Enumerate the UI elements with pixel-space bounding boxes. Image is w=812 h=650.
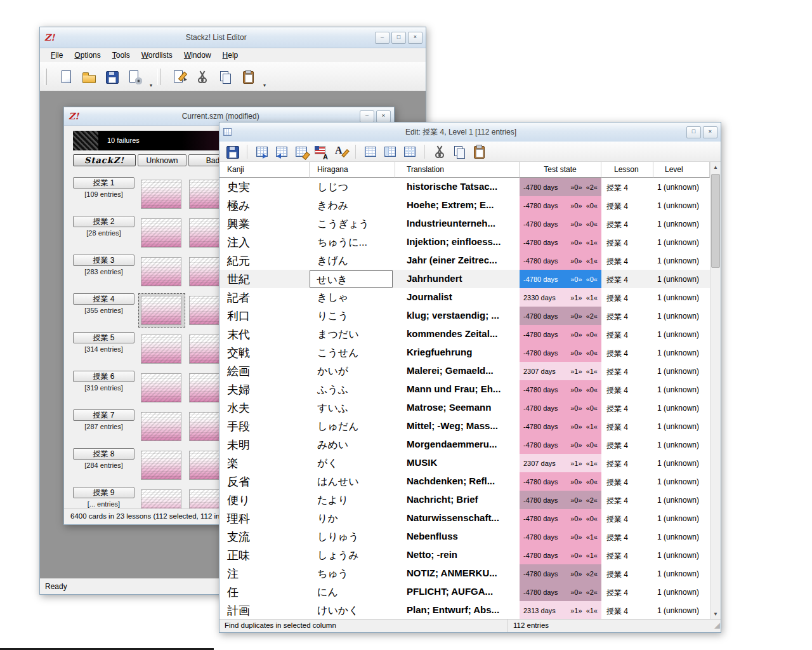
table-row[interactable]: 便りたよりNachricht; Brief-4780 days»0» «2«授業… [219, 491, 710, 509]
font-edit-icon[interactable] [333, 144, 348, 159]
table-row[interactable]: 未明みめいMorgendaemmeru...-4780 days»0» «0«授… [219, 435, 710, 454]
card-pile[interactable] [141, 218, 181, 248]
table-row[interactable]: 反省はんせいNachdenken; Refl...-4780 days»0» «… [219, 472, 710, 491]
copy-icon[interactable] [452, 144, 467, 159]
column-header-lesson[interactable]: Lesson [601, 162, 653, 178]
lesson-button[interactable]: 授業 3 [73, 255, 134, 266]
new-document-icon[interactable] [58, 69, 74, 84]
menu-tools[interactable]: Tools [107, 49, 136, 62]
lesson-card-stack[interactable] [138, 255, 185, 289]
menu-wordlists[interactable]: Wordlists [136, 49, 178, 62]
menu-window[interactable]: Window [178, 49, 217, 62]
table-row[interactable]: 絵画かいがMalerei; Gemaeld...2307 days»1» «1«… [219, 362, 710, 380]
table-view-3-icon[interactable] [402, 144, 417, 159]
cut-icon[interactable] [195, 69, 210, 84]
table-row[interactable]: 注入ちゅうに...Injektion; einfloess...-4780 da… [219, 233, 710, 251]
lesson-card-stack[interactable] [138, 332, 185, 366]
lesson-button[interactable]: 授業 9 [73, 487, 134, 498]
toolbar-overflow-icon[interactable] [150, 83, 152, 88]
table-row[interactable]: 正味しょうみNetto; -rein-4780 days»0» «1«授業 41… [219, 546, 710, 564]
table-row[interactable]: 理科りかNaturwissenschaft...-4780 days»0» «0… [219, 509, 710, 527]
menu-file[interactable]: File [45, 49, 69, 62]
lesson-button[interactable]: 授業 2 [73, 216, 134, 227]
stackz-logo-button[interactable]: StackZ! [73, 154, 136, 166]
lesson-button[interactable]: 授業 5 [73, 332, 134, 343]
card-pile[interactable] [141, 296, 181, 325]
page-settings-icon[interactable] [127, 69, 142, 84]
menu-help[interactable]: Help [217, 49, 244, 62]
table-row[interactable]: 末代まつだいkommendes Zeital...-4780 days»0» «… [219, 325, 710, 343]
lesson-button[interactable]: 授業 8 [73, 448, 134, 460]
maximize-button[interactable]: □ [391, 32, 406, 44]
lesson-card-stack[interactable] [138, 371, 185, 405]
table-row[interactable]: 楽がくMUSIK2307 days»1» «1«授業 41 (unknown) [219, 454, 710, 472]
column-header-translation[interactable]: Translation [395, 162, 520, 178]
card-pile[interactable] [141, 180, 181, 209]
table-row[interactable]: 計画けいかくPlan; Entwurf; Abs...2313 days»1» … [219, 601, 710, 620]
card-pile[interactable] [141, 451, 181, 480]
table-row[interactable]: 夫婦ふうふMann und Frau; Eh...-4780 days»0» «… [219, 380, 710, 399]
table-row[interactable]: 利口りこうklug; verstaendig; ...-4780 days»0»… [219, 307, 710, 325]
card-pile[interactable] [141, 373, 181, 402]
lesson-card-stack[interactable] [138, 409, 185, 444]
toolbar-overflow-icon[interactable] [263, 83, 266, 88]
table-row[interactable]: 世紀せいきJahrhundert-4780 days»0» «0«授業 41 (… [219, 270, 710, 288]
lesson-card-stack[interactable] [138, 216, 185, 250]
edit-page-icon[interactable] [172, 69, 187, 84]
table-row[interactable]: 極みきわみHoehe; Extrem; E...-4780 days»0» «0… [219, 196, 710, 215]
inline-edit-box[interactable]: せいき [310, 270, 393, 288]
paste-icon[interactable] [471, 144, 487, 159]
table-row[interactable]: 興業こうぎょうIndustrieunterneh...-4780 days»0»… [219, 215, 710, 233]
sort-language-flag-icon[interactable] [313, 144, 329, 159]
column-header-hiragana[interactable]: Hiragana [310, 162, 395, 178]
table-row[interactable]: 記者きしゃJournalist2330 days»1» «1«授業 41 (un… [219, 288, 710, 307]
close-button[interactable]: × [376, 110, 391, 123]
table-view-2-icon[interactable] [383, 144, 398, 159]
table-import-icon[interactable] [254, 144, 270, 159]
table-row[interactable]: 交戦こうせんKriegfuehrung-4780 days»0» «0«授業 4… [219, 343, 710, 362]
lesson-card-stack[interactable] [138, 177, 185, 211]
lesson-card-stack[interactable] [138, 487, 185, 508]
card-pile[interactable] [141, 335, 181, 364]
lesson-button[interactable]: 授業 6 [73, 371, 134, 382]
table-export-icon[interactable] [274, 144, 289, 159]
close-button[interactable]: × [703, 126, 717, 138]
lesson-button[interactable]: 授業 1 [73, 177, 134, 189]
open-file-icon[interactable] [81, 69, 96, 84]
table-row[interactable]: 支流しりゅうNebenfluss-4780 days»0» «1«授業 41 (… [219, 527, 710, 546]
table-row[interactable]: 注ちゅうNOTIZ; ANMERKU...-4780 days»0» «2«授業… [219, 564, 710, 583]
edit-titlebar[interactable]: Edit: 授業 4, Level 1 [112 entries] □ × [219, 123, 721, 142]
maximize-button[interactable]: □ [686, 126, 701, 138]
save-file-icon[interactable] [104, 69, 119, 84]
minimize-button[interactable]: – [360, 110, 374, 123]
table-row[interactable]: 史実しじつhistorische Tatsac...-4780 days»0» … [219, 178, 710, 196]
table-row[interactable]: 水夫すいふMatrose; Seemann-4780 days»0» «0«授業… [219, 399, 710, 417]
table-properties-icon[interactable] [294, 144, 309, 159]
minimize-button[interactable]: – [375, 32, 390, 44]
menu-options[interactable]: Options [69, 49, 106, 62]
scrollbar-thumb[interactable] [711, 174, 720, 268]
lesson-card-stack[interactable] [138, 293, 185, 328]
unknown-button[interactable]: Unknown [138, 154, 187, 166]
lesson-button[interactable]: 授業 7 [73, 409, 134, 421]
scroll-up-icon[interactable]: ▲ [710, 162, 721, 173]
scroll-down-icon[interactable]: ▼ [710, 609, 721, 620]
lesson-card-stack[interactable] [138, 448, 185, 482]
save-file-icon[interactable] [225, 144, 240, 159]
column-header-level[interactable]: Level [653, 162, 710, 178]
resize-grip[interactable]: ◢ [710, 620, 721, 632]
card-pile[interactable] [141, 257, 181, 286]
table-row[interactable]: 手段しゅだんMittel; -Weg; Mass...-4780 days»0»… [219, 417, 710, 435]
table-row[interactable]: 任にんPFLICHT; AUFGA...-4780 days»0» «2«授業 … [219, 583, 710, 601]
table-view-1-icon[interactable] [363, 144, 378, 159]
column-header-kanji[interactable]: Kanji [219, 162, 310, 178]
card-pile[interactable] [141, 412, 181, 441]
copy-icon[interactable] [218, 69, 233, 84]
column-header-test-state[interactable]: Test state [520, 162, 601, 178]
paste-icon[interactable] [240, 69, 256, 84]
close-button[interactable]: × [408, 32, 422, 44]
cut-icon[interactable] [432, 144, 447, 159]
card-pile[interactable] [141, 489, 181, 508]
table-row[interactable]: 紀元きげんJahr (einer Zeitrec...-4780 days»0»… [219, 251, 710, 270]
vertical-scrollbar[interactable]: ▲ ▼ [710, 162, 721, 620]
